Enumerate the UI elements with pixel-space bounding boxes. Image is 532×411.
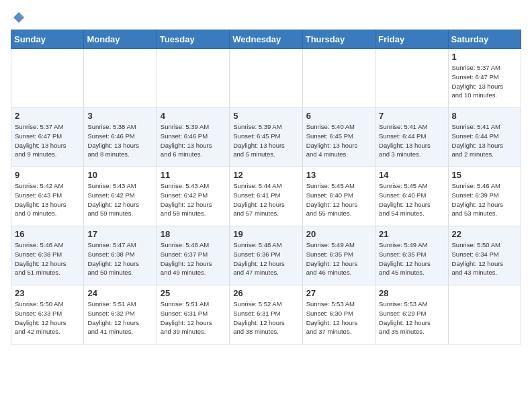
day-number: 1	[452, 52, 517, 62]
calendar-cell	[448, 285, 521, 345]
day-number: 18	[161, 229, 226, 239]
calendar-cell	[302, 49, 375, 108]
day-number: 26	[233, 288, 298, 298]
calendar-cell: 21Sunrise: 5:49 AM Sunset: 6:35 PM Dayli…	[375, 226, 448, 285]
calendar-cell: 24Sunrise: 5:51 AM Sunset: 6:32 PM Dayli…	[84, 285, 157, 345]
day-of-week-header: Wednesday	[230, 30, 302, 49]
day-number: 6	[306, 111, 371, 121]
calendar-week-row: 9Sunrise: 5:42 AM Sunset: 6:43 PM Daylig…	[11, 167, 521, 226]
day-info: Sunrise: 5:46 AM Sunset: 6:39 PM Dayligh…	[452, 181, 517, 218]
calendar-week-row: 2Sunrise: 5:37 AM Sunset: 6:47 PM Daylig…	[11, 108, 521, 167]
calendar-cell: 6Sunrise: 5:40 AM Sunset: 6:45 PM Daylig…	[302, 108, 375, 167]
calendar-cell	[84, 49, 157, 108]
logo-icon	[12, 11, 26, 24]
calendar-cell: 7Sunrise: 5:41 AM Sunset: 6:44 PM Daylig…	[375, 108, 448, 167]
day-number: 19	[233, 229, 298, 239]
calendar-cell: 11Sunrise: 5:43 AM Sunset: 6:42 PM Dayli…	[157, 167, 229, 226]
calendar-cell: 13Sunrise: 5:45 AM Sunset: 6:40 PM Dayli…	[302, 167, 375, 226]
day-info: Sunrise: 5:50 AM Sunset: 6:33 PM Dayligh…	[15, 300, 80, 336]
day-number: 20	[306, 229, 371, 239]
day-number: 28	[379, 288, 444, 298]
day-info: Sunrise: 5:44 AM Sunset: 6:41 PM Dayligh…	[233, 181, 298, 218]
calendar-cell: 18Sunrise: 5:48 AM Sunset: 6:37 PM Dayli…	[157, 226, 229, 285]
day-number: 21	[379, 229, 444, 239]
calendar-cell: 16Sunrise: 5:46 AM Sunset: 6:38 PM Dayli…	[11, 226, 84, 285]
day-info: Sunrise: 5:42 AM Sunset: 6:43 PM Dayligh…	[15, 181, 80, 218]
calendar-cell	[375, 49, 448, 108]
day-info: Sunrise: 5:41 AM Sunset: 6:44 PM Dayligh…	[452, 122, 517, 159]
calendar-cell: 5Sunrise: 5:39 AM Sunset: 6:45 PM Daylig…	[230, 108, 302, 167]
day-info: Sunrise: 5:37 AM Sunset: 6:47 PM Dayligh…	[15, 122, 80, 159]
calendar-cell: 22Sunrise: 5:50 AM Sunset: 6:34 PM Dayli…	[448, 226, 521, 285]
day-info: Sunrise: 5:40 AM Sunset: 6:45 PM Dayligh…	[306, 122, 371, 159]
day-of-week-header: Tuesday	[157, 30, 229, 49]
calendar-cell: 12Sunrise: 5:44 AM Sunset: 6:41 PM Dayli…	[230, 167, 302, 226]
day-number: 12	[233, 170, 298, 180]
calendar-cell: 14Sunrise: 5:45 AM Sunset: 6:40 PM Dayli…	[375, 167, 448, 226]
day-info: Sunrise: 5:49 AM Sunset: 6:35 PM Dayligh…	[306, 240, 371, 277]
day-number: 17	[87, 229, 152, 239]
logo	[11, 11, 26, 21]
day-info: Sunrise: 5:43 AM Sunset: 6:42 PM Dayligh…	[87, 181, 152, 218]
day-number: 13	[306, 170, 371, 180]
day-number: 8	[452, 111, 517, 121]
calendar-cell: 26Sunrise: 5:52 AM Sunset: 6:31 PM Dayli…	[230, 285, 302, 345]
day-info: Sunrise: 5:48 AM Sunset: 6:36 PM Dayligh…	[233, 240, 298, 277]
day-number: 4	[161, 111, 226, 121]
day-info: Sunrise: 5:46 AM Sunset: 6:38 PM Dayligh…	[15, 240, 80, 277]
day-of-week-header: Friday	[375, 30, 448, 49]
day-number: 16	[15, 229, 80, 239]
calendar-cell: 17Sunrise: 5:47 AM Sunset: 6:38 PM Dayli…	[84, 226, 157, 285]
calendar-cell: 25Sunrise: 5:51 AM Sunset: 6:31 PM Dayli…	[157, 285, 229, 345]
calendar-cell: 3Sunrise: 5:38 AM Sunset: 6:46 PM Daylig…	[84, 108, 157, 167]
calendar-week-row: 16Sunrise: 5:46 AM Sunset: 6:38 PM Dayli…	[11, 226, 521, 285]
day-number: 14	[379, 170, 444, 180]
day-info: Sunrise: 5:53 AM Sunset: 6:30 PM Dayligh…	[306, 300, 371, 336]
day-number: 2	[15, 111, 80, 121]
day-info: Sunrise: 5:38 AM Sunset: 6:46 PM Dayligh…	[87, 122, 152, 159]
day-number: 11	[161, 170, 226, 180]
day-number: 15	[452, 170, 517, 180]
day-info: Sunrise: 5:49 AM Sunset: 6:35 PM Dayligh…	[379, 240, 444, 277]
calendar-week-row: 1Sunrise: 5:37 AM Sunset: 6:47 PM Daylig…	[11, 49, 521, 108]
calendar-cell: 8Sunrise: 5:41 AM Sunset: 6:44 PM Daylig…	[448, 108, 521, 167]
calendar-cell	[230, 49, 302, 108]
day-info: Sunrise: 5:52 AM Sunset: 6:31 PM Dayligh…	[233, 300, 298, 336]
day-number: 24	[87, 288, 152, 298]
calendar-cell: 4Sunrise: 5:39 AM Sunset: 6:46 PM Daylig…	[157, 108, 229, 167]
day-info: Sunrise: 5:51 AM Sunset: 6:31 PM Dayligh…	[161, 300, 226, 336]
day-number: 7	[379, 111, 444, 121]
day-of-week-header: Monday	[84, 30, 157, 49]
day-info: Sunrise: 5:53 AM Sunset: 6:29 PM Dayligh…	[379, 300, 444, 336]
day-of-week-header: Saturday	[448, 30, 521, 49]
calendar-cell: 15Sunrise: 5:46 AM Sunset: 6:39 PM Dayli…	[448, 167, 521, 226]
day-of-week-header: Thursday	[302, 30, 375, 49]
day-info: Sunrise: 5:37 AM Sunset: 6:47 PM Dayligh…	[452, 63, 517, 100]
day-number: 22	[452, 229, 517, 239]
calendar-cell: 1Sunrise: 5:37 AM Sunset: 6:47 PM Daylig…	[448, 49, 521, 108]
day-number: 10	[87, 170, 152, 180]
calendar-table: SundayMondayTuesdayWednesdayThursdayFrid…	[11, 30, 521, 345]
day-info: Sunrise: 5:41 AM Sunset: 6:44 PM Dayligh…	[379, 122, 444, 159]
day-of-week-header: Sunday	[11, 30, 84, 49]
calendar-cell: 23Sunrise: 5:50 AM Sunset: 6:33 PM Dayli…	[11, 285, 84, 345]
day-number: 27	[306, 288, 371, 298]
calendar-header-row: SundayMondayTuesdayWednesdayThursdayFrid…	[11, 30, 521, 49]
calendar-cell: 28Sunrise: 5:53 AM Sunset: 6:29 PM Dayli…	[375, 285, 448, 345]
day-info: Sunrise: 5:39 AM Sunset: 6:45 PM Dayligh…	[233, 122, 298, 159]
day-info: Sunrise: 5:51 AM Sunset: 6:32 PM Dayligh…	[87, 300, 152, 336]
calendar-week-row: 23Sunrise: 5:50 AM Sunset: 6:33 PM Dayli…	[11, 285, 521, 345]
day-number: 25	[161, 288, 226, 298]
day-info: Sunrise: 5:50 AM Sunset: 6:34 PM Dayligh…	[452, 240, 517, 277]
page-header	[11, 11, 521, 21]
calendar-cell: 9Sunrise: 5:42 AM Sunset: 6:43 PM Daylig…	[11, 167, 84, 226]
day-number: 5	[233, 111, 298, 121]
calendar-cell: 19Sunrise: 5:48 AM Sunset: 6:36 PM Dayli…	[230, 226, 302, 285]
day-info: Sunrise: 5:45 AM Sunset: 6:40 PM Dayligh…	[306, 181, 371, 218]
day-info: Sunrise: 5:48 AM Sunset: 6:37 PM Dayligh…	[161, 240, 226, 277]
calendar-cell	[11, 49, 84, 108]
day-info: Sunrise: 5:39 AM Sunset: 6:46 PM Dayligh…	[161, 122, 226, 159]
day-info: Sunrise: 5:43 AM Sunset: 6:42 PM Dayligh…	[161, 181, 226, 218]
calendar-cell	[157, 49, 229, 108]
calendar-cell: 2Sunrise: 5:37 AM Sunset: 6:47 PM Daylig…	[11, 108, 84, 167]
